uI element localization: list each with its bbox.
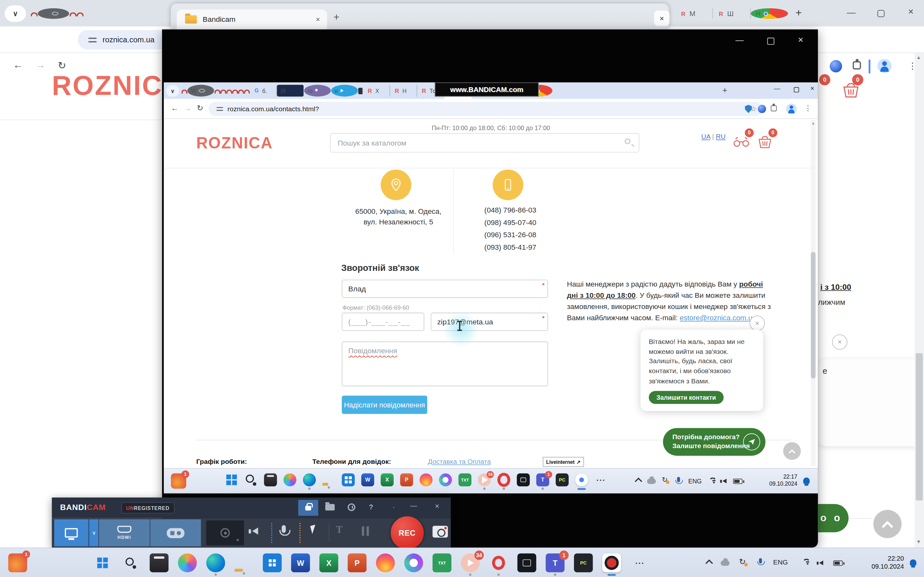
clock[interactable]: 22:2009.10.2024	[852, 554, 904, 571]
taskbar-icon[interactable]	[263, 554, 282, 572]
taskbar-icon[interactable]: 34	[461, 554, 480, 572]
compare-icon[interactable]	[732, 135, 750, 148]
taskbar-icon[interactable]: T1	[546, 554, 565, 572]
pause-button[interactable]	[362, 526, 369, 536]
lock-button[interactable]	[298, 500, 318, 516]
screen-recording-mode-button[interactable]	[54, 519, 89, 546]
volume-icon[interactable]	[722, 479, 727, 484]
url-text[interactable]: roznica.com.ua	[103, 35, 155, 44]
reload-icon[interactable]: ↻	[58, 60, 66, 72]
scrollbar-thumb[interactable]	[811, 252, 816, 379]
taskbar-icon[interactable]	[575, 474, 588, 486]
browser-tab[interactable]: За	[244, 89, 250, 93]
mouse-effect-icon[interactable]	[310, 525, 318, 534]
preview-close-button[interactable]: ×	[798, 35, 803, 45]
url-text[interactable]: roznica.com.ua/contacts.html?	[228, 105, 319, 113]
lang-ua-link[interactable]: UA	[701, 133, 710, 140]
taskbar-icon[interactable]	[150, 554, 169, 572]
taskbar-icon[interactable]: 16	[478, 474, 491, 486]
taskbar-icon[interactable]	[517, 554, 536, 572]
microphone-tray-icon[interactable]	[759, 558, 762, 564]
taskbar-icon[interactable]	[420, 474, 433, 486]
vpn-extension-icon[interactable]	[758, 105, 766, 113]
taskbar-icon[interactable]	[376, 554, 395, 572]
phone-number[interactable]: (096) 531-26-08	[451, 231, 569, 239]
cart-icon[interactable]	[842, 82, 861, 98]
widgets-icon[interactable]: 1	[171, 474, 186, 489]
device-recording-mode-button[interactable]: HDMI	[99, 519, 150, 546]
app-minimize-button[interactable]: —	[410, 502, 417, 510]
outer-scrollbar[interactable]: ▲ ▼	[915, 53, 924, 548]
taskbar-icon[interactable]	[264, 474, 277, 486]
phone-field[interactable]: (___)-___-__-__	[342, 313, 424, 331]
phone-number[interactable]: (098) 495-07-40	[451, 218, 569, 227]
site-logo[interactable]: ROZNICA	[196, 134, 273, 153]
onedrive-icon[interactable]	[647, 479, 656, 484]
window-close-button[interactable]: ×	[908, 6, 913, 17]
clock[interactable]: 22:1709.10.2024	[747, 474, 797, 488]
browser-tab[interactable]: б/	[77, 13, 84, 17]
keyboard-language[interactable]: ENG	[773, 559, 788, 566]
help-icon[interactable]: ?	[369, 503, 373, 511]
browser-tab[interactable]: W	[38, 8, 69, 19]
forward-icon[interactable]: →	[184, 103, 192, 113]
taskbar-icon[interactable]: W	[291, 554, 310, 572]
browser-tab[interactable]: (б	[277, 85, 304, 97]
browser-tab[interactable]: W	[187, 85, 214, 97]
extensions-icon[interactable]	[771, 105, 776, 111]
sync-icon[interactable]: ↻	[739, 557, 746, 566]
chat-close-button[interactable]: ×	[832, 334, 847, 350]
wifi-icon[interactable]	[803, 559, 811, 566]
tab-search-chevron-icon[interactable]: ∨	[166, 85, 179, 97]
name-field[interactable]: Влад *	[342, 279, 548, 298]
browser-tab[interactable]: ба	[232, 89, 238, 93]
site-settings-icon[interactable]	[89, 37, 97, 43]
phone-number[interactable]: (048) 796-86-03	[451, 206, 569, 214]
explorer-tab[interactable]: Bandicam ×	[177, 9, 327, 29]
battery-icon[interactable]	[833, 561, 843, 566]
address-bar[interactable]: roznica.com.ua/contacts.html? ☆	[208, 102, 762, 116]
taskbar-icon[interactable]	[283, 474, 296, 486]
taskbar-icon[interactable]: TXT	[433, 554, 451, 572]
tray-chevron-icon[interactable]	[706, 559, 713, 567]
forward-icon[interactable]: →	[35, 60, 45, 71]
taskbar-icon[interactable]: P	[400, 474, 413, 486]
mode-dropdown-button[interactable]: ∨	[89, 519, 98, 546]
battery-icon[interactable]	[733, 479, 742, 484]
browser-tab[interactable]: За	[31, 13, 38, 17]
microphone-icon[interactable]	[282, 525, 286, 533]
reload-icon[interactable]: ↻	[197, 103, 203, 113]
taskbar-icon[interactable]	[206, 554, 225, 572]
browser-tab[interactable]: RМ	[675, 8, 713, 19]
taskbar-icon[interactable]	[225, 474, 238, 486]
taskbar-icon[interactable]	[602, 554, 621, 572]
app-close-button[interactable]: ×	[435, 502, 439, 511]
delivery-link[interactable]: Доставка та Оплата	[428, 458, 491, 465]
browser-menu-icon[interactable]: ⋮	[804, 104, 811, 113]
taskbar-icon[interactable]	[303, 474, 316, 486]
browser-tab[interactable]: Но	[69, 13, 77, 17]
taskbar-icon[interactable]	[517, 474, 530, 486]
preview-minimize-button[interactable]: —	[735, 35, 744, 45]
schedule-icon[interactable]	[348, 503, 355, 511]
profile-avatar[interactable]	[877, 59, 892, 73]
taskbar-icon[interactable]	[244, 474, 257, 486]
browser-tab[interactable]: RШ	[713, 8, 751, 19]
taskbar-icon[interactable]: X	[320, 554, 338, 572]
profile-avatar[interactable]	[786, 103, 796, 114]
taskbar-icon[interactable]: PC	[574, 554, 593, 572]
taskbar-icon[interactable]: ···	[630, 554, 649, 572]
liveinternet-counter[interactable]: Liveinternet↗	[543, 457, 584, 467]
tab-close-icon[interactable]: ×	[316, 15, 320, 24]
lang-ru-link[interactable]: RU	[716, 133, 726, 140]
site-settings-icon[interactable]	[216, 106, 223, 111]
new-tab-button[interactable]: +	[796, 7, 802, 19]
browser-tab[interactable]: Н	[215, 89, 220, 93]
explorer-close-button[interactable]: ×	[654, 11, 670, 26]
notifications-bell-icon[interactable]	[803, 478, 809, 484]
taskbar-icon[interactable]	[93, 554, 112, 572]
scroll-up-arrow[interactable]: ▲	[811, 121, 815, 125]
window-close-button[interactable]: ×	[811, 84, 814, 93]
taskbar-icon[interactable]	[439, 474, 452, 486]
scrollbar-thumb[interactable]	[916, 353, 923, 500]
